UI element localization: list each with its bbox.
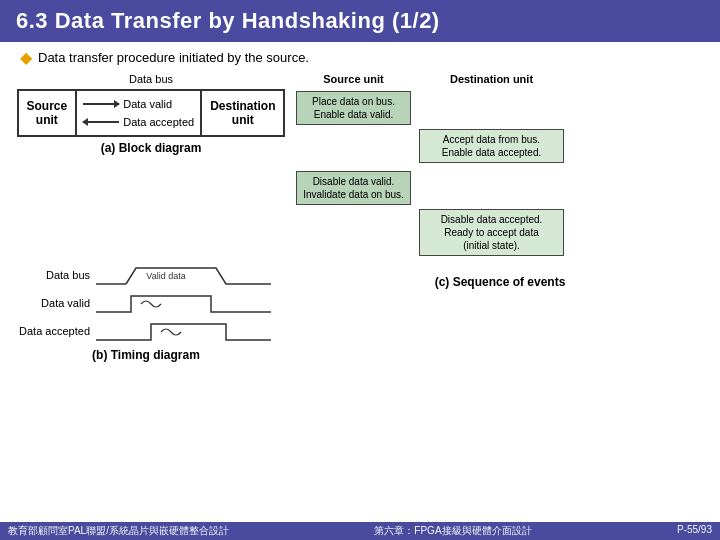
sequence-label: (c) Sequence of events: [435, 275, 566, 289]
top-row: Data bus Sourceunit Data valid: [16, 73, 704, 256]
subtitle-diamond: ◆: [20, 48, 32, 67]
sequence-events: Place data on bus.Enable data valid. Dis…: [296, 91, 704, 256]
dest-event-2: Disable data accepted.Ready to accept da…: [419, 209, 564, 256]
source-event-2: Disable data valid.Invalidate data on bu…: [296, 171, 411, 205]
dataaccepted-wave-row: Data accepted: [16, 318, 276, 344]
datavalid-wave: [96, 290, 276, 316]
source-unit-box: Sourceunit: [19, 91, 78, 135]
footer-right: P-55/93: [677, 524, 712, 538]
dataaccepted-wave-label: Data accepted: [16, 325, 96, 337]
data-valid-row: Data valid: [83, 98, 194, 110]
datavalid-wave-label: Data valid: [16, 297, 96, 309]
sequence-headers: Source unit Destination unit: [296, 73, 704, 85]
source-event-1: Place data on bus.Enable data valid.: [296, 91, 411, 125]
page-title: 6.3 Data Transfer by Handshaking (1/2): [16, 8, 440, 33]
footer-center: 第六章：FPGA接級與硬體介面設計: [374, 524, 531, 538]
dest-placeholder-1: [419, 91, 564, 121]
datavalid-wave-row: Data valid: [16, 290, 276, 316]
bottom-row: Data bus Valid data Data valid: [16, 262, 704, 362]
page-header: 6.3 Data Transfer by Handshaking (1/2): [0, 0, 720, 42]
dest-placeholder-2: [419, 171, 564, 201]
svg-text:Valid data: Valid data: [146, 271, 185, 281]
data-valid-arrow: [83, 103, 119, 105]
sequence-label-panel: (c) Sequence of events: [296, 262, 704, 290]
dest-events-col: Accept data from bus.Enable data accepte…: [419, 91, 564, 256]
block-diagram-box: Sourceunit Data valid Data accepted: [17, 89, 286, 137]
databus-label-row: Data bus: [129, 73, 173, 87]
footer-left: 教育部顧問室PAL聯盟/系統晶片與嵌硬體整合設計: [8, 524, 229, 538]
dataaccepted-wave: [96, 318, 276, 344]
block-diagram-panel: Data bus Sourceunit Data valid: [16, 73, 286, 155]
destination-unit-box: Destinationunit: [200, 91, 283, 135]
timing-diagram-label: (b) Timing diagram: [16, 348, 276, 362]
data-accepted-label: Data accepted: [123, 116, 194, 128]
subtitle-text: Data transfer procedure initiated by the…: [38, 50, 309, 65]
databus-label: Data bus: [129, 73, 173, 85]
timing-diagram-panel: Data bus Valid data Data valid: [16, 262, 286, 362]
timing-wrapper: Data bus Valid data Data valid: [16, 262, 276, 362]
data-accepted-row: Data accepted: [83, 116, 194, 128]
dest-unit-header: Destination unit: [419, 73, 564, 85]
source-unit-header: Source unit: [296, 73, 411, 85]
sequence-panel: Source unit Destination unit Place data …: [296, 73, 704, 256]
block-diagram-wrapper: Data bus Sourceunit Data valid: [16, 73, 286, 155]
content-area: Data bus Sourceunit Data valid: [0, 69, 720, 366]
signals-area: Data valid Data accepted: [77, 94, 200, 132]
data-accepted-arrow: [83, 121, 119, 123]
databus-wave: Valid data: [96, 262, 276, 288]
block-diagram-label: (a) Block diagram: [101, 141, 202, 155]
sequence-area: Source unit Destination unit Place data …: [296, 73, 704, 256]
data-valid-label: Data valid: [123, 98, 172, 110]
source-events-col: Place data on bus.Enable data valid. Dis…: [296, 91, 411, 205]
source-placeholder-1: [296, 133, 411, 163]
dest-event-1: Accept data from bus.Enable data accepte…: [419, 129, 564, 163]
databus-wave-label: Data bus: [16, 269, 96, 281]
page-footer: 教育部顧問室PAL聯盟/系統晶片與嵌硬體整合設計 第六章：FPGA接級與硬體介面…: [0, 522, 720, 540]
databus-wave-row: Data bus Valid data: [16, 262, 276, 288]
